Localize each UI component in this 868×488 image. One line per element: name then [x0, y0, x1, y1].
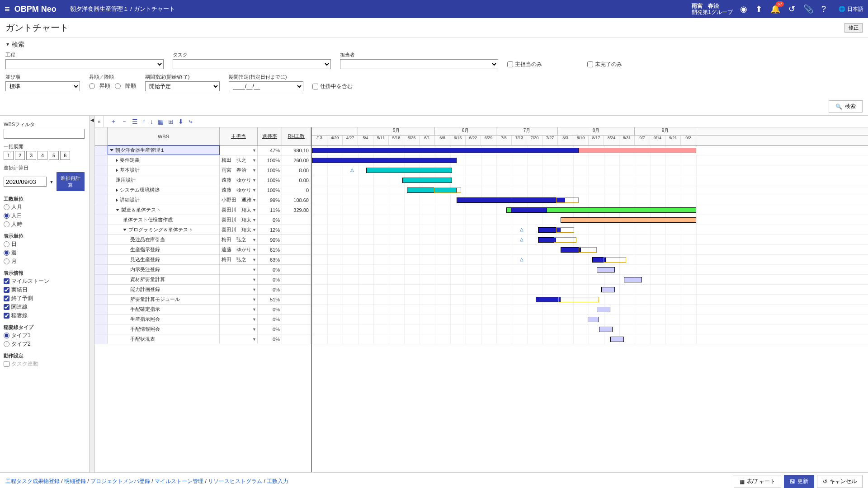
gantt-bar[interactable] — [536, 297, 561, 302]
footer-link[interactable]: マイルストーン管理 — [155, 478, 203, 484]
expand-cell[interactable] — [95, 295, 108, 304]
owner-cell[interactable]: ▼ — [220, 145, 258, 155]
radio-月[interactable] — [4, 258, 9, 264]
table-row[interactable]: 受注品在庫引当梅田 弘之▼90% — [95, 235, 311, 245]
gantt-bar[interactable] — [597, 307, 610, 312]
table-row[interactable]: 手配情報照会▼0% — [95, 324, 311, 334]
header-rh[interactable]: RH工数 — [282, 127, 311, 145]
level-button-5[interactable]: 5 — [49, 151, 59, 160]
owner-cell[interactable]: 喜田川 翔太▼ — [220, 215, 258, 225]
table-row[interactable]: 朝夕洋食器生産管理１▼47%980.10 — [95, 145, 311, 155]
layers-icon[interactable]: ☰ — [132, 118, 138, 125]
expand-cell[interactable] — [95, 305, 108, 314]
grid-hscroll[interactable] — [95, 465, 311, 472]
table-row[interactable]: システム環境構築遠藤 ゆかり▼100%0 — [95, 185, 311, 195]
gantt-bar[interactable] — [402, 178, 452, 183]
gantt-bar[interactable] — [312, 148, 579, 153]
notification-icon[interactable]: 🔔67 — [770, 4, 780, 14]
history-icon[interactable]: ↺ — [788, 4, 795, 14]
gantt-bar[interactable] — [434, 188, 461, 193]
left-collapse-handle[interactable]: ◀ — [89, 116, 94, 472]
footer-link[interactable]: 工数入力 — [267, 478, 288, 484]
gantt-bar[interactable] — [366, 168, 452, 173]
table-row[interactable]: 資材所要量計算▼0% — [95, 275, 311, 285]
owner-cell[interactable]: 小野田 通雅▼ — [220, 195, 258, 205]
wbs-cell[interactable]: 生産指示照会 — [108, 314, 220, 324]
gantt-bar[interactable] — [457, 197, 565, 203]
language-selector[interactable]: 🌐 日本語 — [839, 5, 863, 13]
down-icon[interactable]: ↓ — [150, 118, 153, 125]
wbs-cell[interactable]: 手配情報照会 — [108, 324, 220, 334]
expand-cell[interactable] — [95, 275, 108, 284]
sort-select[interactable]: 標準 — [5, 81, 80, 91]
wbs-cell[interactable]: 運用設計 — [108, 175, 220, 185]
footer-link[interactable]: 工程タスク成果物登録 — [5, 478, 60, 484]
owner-cell[interactable]: ▼ — [220, 324, 258, 334]
table-row[interactable]: 基本設計雨宮 春治▼100%8.00 — [95, 165, 311, 175]
link-icon[interactable]: ⤷ — [188, 118, 193, 125]
table-row[interactable]: 生産指示照会▼0% — [95, 314, 311, 324]
desc-radio[interactable] — [115, 83, 121, 89]
search-button[interactable]: 🔍検索 — [829, 100, 863, 113]
footer-link[interactable]: プロジェクトメンバ登録 — [90, 478, 150, 484]
check-稲妻線[interactable] — [4, 313, 9, 319]
asc-radio[interactable] — [89, 83, 95, 89]
period-type-select[interactable]: 開始予定 — [145, 81, 220, 91]
help-icon[interactable]: ? — [821, 5, 826, 14]
gantt-bar[interactable] — [610, 337, 624, 342]
owner-cell[interactable]: 梅田 弘之▼ — [220, 235, 258, 244]
wbs-cell[interactable]: 手配確定指示 — [108, 305, 220, 314]
expand-cell[interactable] — [95, 245, 108, 254]
table-row[interactable]: 能力計画登録▼0% — [95, 285, 311, 295]
expand-cell[interactable] — [95, 165, 108, 175]
up-icon[interactable]: ↑ — [142, 118, 146, 125]
expand-cell[interactable] — [95, 314, 108, 324]
gantt-bar[interactable] — [599, 327, 613, 332]
gantt-bar[interactable] — [561, 217, 696, 223]
wbs-cell[interactable]: 受注品在庫引当 — [108, 235, 220, 244]
gantt-bar[interactable] — [579, 247, 597, 253]
table-row[interactable]: 詳細設計小野田 通雅▼99%108.60 — [95, 195, 311, 205]
check-終了予測[interactable] — [4, 296, 9, 301]
check-task-link[interactable] — [4, 361, 9, 367]
table-row[interactable]: 内示受注登録▼0% — [95, 265, 311, 275]
expand-cell[interactable] — [95, 334, 108, 344]
gantt-bar[interactable] — [601, 287, 615, 292]
owner-cell[interactable]: ▼ — [220, 295, 258, 304]
header-wbs[interactable]: WBS — [108, 127, 220, 145]
wbs-filter-input[interactable] — [4, 129, 85, 139]
check-実績日[interactable] — [4, 287, 9, 293]
table-chart-button[interactable]: ▦表/チャート — [734, 475, 781, 488]
expand-cell[interactable] — [95, 225, 108, 235]
expand-cell[interactable] — [95, 285, 108, 294]
gantt-bar[interactable] — [556, 197, 579, 203]
level-button-6[interactable]: 6 — [60, 151, 70, 160]
table-row[interactable]: 所要量計算モジュール▼51% — [95, 295, 311, 305]
expand-cell[interactable] — [95, 185, 108, 195]
footer-link[interactable]: 明細登録 — [64, 478, 86, 484]
check-関連線[interactable] — [4, 304, 9, 310]
wbs-cell[interactable]: 基本設計 — [108, 165, 220, 175]
wbs-cell[interactable]: 朝夕洋食器生産管理１ — [108, 145, 220, 155]
owner-cell[interactable]: 喜田川 翔太▼ — [220, 205, 258, 215]
upload-icon[interactable]: ⬆ — [755, 4, 762, 14]
table-row[interactable]: 手配確定指示▼0% — [95, 305, 311, 314]
owner-cell[interactable]: 梅田 弘之▼ — [220, 155, 258, 165]
gantt-bar[interactable] — [561, 247, 581, 253]
recalc-button[interactable]: 進捗再計算 — [57, 172, 85, 191]
table-row[interactable]: 見込生産登録梅田 弘之▼63% — [95, 255, 311, 265]
expand-cell[interactable] — [95, 265, 108, 274]
owner-cell[interactable]: 遠藤 ゆかり▼ — [220, 175, 258, 185]
owner-cell[interactable]: ▼ — [220, 275, 258, 284]
expand-cell[interactable] — [95, 145, 108, 155]
gantt-bar[interactable] — [558, 297, 599, 302]
owner-cell[interactable]: ▼ — [220, 285, 258, 294]
main-owner-checkbox[interactable] — [507, 61, 513, 67]
owner-cell[interactable]: 梅田 弘之▼ — [220, 255, 258, 264]
expand-cell[interactable] — [95, 215, 108, 225]
grid1-icon[interactable]: ▦ — [158, 118, 164, 125]
wbs-cell[interactable]: 資材所要量計算 — [108, 275, 220, 284]
owner-cell[interactable]: ▼ — [220, 265, 258, 274]
expand-cell[interactable] — [95, 255, 108, 264]
gantt-chart[interactable]: 5月6月7月8月9月 /134/204/275/45/115/185/256/1… — [312, 127, 868, 472]
